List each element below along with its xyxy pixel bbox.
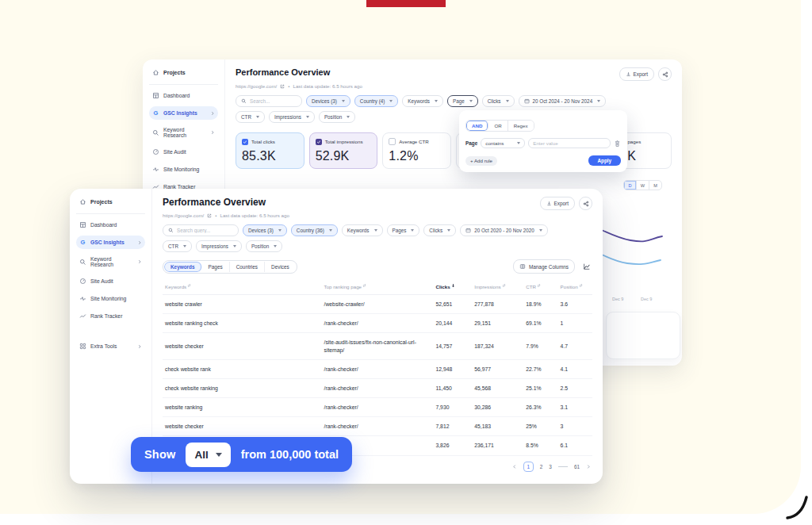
search-input-pill[interactable] (236, 95, 302, 107)
country-filter[interactable]: Country (36) (291, 224, 338, 236)
top-red-banner (366, 0, 446, 7)
tab-and[interactable]: AND (466, 121, 488, 131)
prev-page-icon[interactable] (512, 464, 517, 469)
impressions-filter[interactable]: Impressions (196, 240, 242, 252)
table-row[interactable]: check website ranking/rank-checker/11,45… (163, 378, 592, 397)
checkbox-unchecked-icon[interactable] (389, 138, 396, 145)
search-query-pill[interactable] (163, 224, 239, 236)
table-row[interactable]: website ranking/rank-checker/7,93030,286… (163, 398, 592, 417)
tab-countries[interactable]: Countries (230, 262, 265, 272)
page-filter[interactable]: Page (447, 95, 478, 107)
site-url[interactable]: https://google.com/ (236, 83, 277, 89)
tab-keywords[interactable]: Keywords (164, 262, 202, 272)
calendar-icon (524, 98, 530, 104)
keywords-filter[interactable]: Keywords (342, 224, 383, 236)
pagination-ellipsis (558, 466, 568, 467)
sidebar-item-gsc-insights[interactable]: G GSC Insights (149, 106, 218, 120)
pages-filter[interactable]: Pages (387, 224, 420, 236)
chart-view-icon[interactable] (580, 261, 592, 273)
dashboard-icon (152, 92, 159, 99)
site-url[interactable]: https://google.com/ (163, 213, 204, 218)
caret-down-icon (389, 100, 393, 102)
sidebar-item-keyword-research[interactable]: Keyword Research (149, 124, 218, 141)
chart-x-label: Dec 9 (612, 297, 623, 301)
tab-or[interactable]: OR (488, 121, 508, 131)
col-impressions[interactable]: Impressions (472, 278, 523, 295)
caret-down-icon (278, 229, 282, 232)
stat-card-average-ctr[interactable]: Average CTR 1.2% (382, 132, 451, 169)
page-3[interactable]: 3 (549, 464, 552, 469)
tab-devices[interactable]: Devices (265, 262, 296, 272)
keywords-filter[interactable]: Keywords (402, 95, 443, 107)
page-last[interactable]: 61 (574, 464, 580, 469)
trash-icon[interactable] (614, 140, 621, 148)
show-count-select[interactable]: All (186, 443, 230, 467)
caret-down-icon (342, 100, 345, 102)
col-clicks[interactable]: Clicks (433, 278, 472, 295)
sidebar-item-site-monitoring[interactable]: Site Monitoring (76, 292, 145, 305)
toggle-week[interactable]: W (637, 181, 649, 190)
share-button[interactable] (658, 67, 672, 81)
sidebar-item-site-audit[interactable]: Site Audit (76, 274, 145, 288)
checkbox-checked-icon[interactable] (242, 139, 248, 145)
sidebar-item-rank-tracker[interactable]: Rank Tracker (76, 309, 145, 323)
export-button[interactable]: Export (540, 197, 575, 210)
search-query-input[interactable] (177, 228, 233, 233)
table-row[interactable]: website crawler/website-crawler/52,65127… (163, 295, 592, 314)
col-position[interactable]: Position (558, 278, 592, 295)
tab-regex[interactable]: Regex (508, 121, 534, 131)
date-range-picker[interactable]: 20 Oct 2024 - 20 Nov 2024 (519, 95, 607, 107)
page-2[interactable]: 2 (540, 464, 543, 469)
sidebar-item-extra-tools[interactable]: Extra Tools (76, 339, 145, 353)
impressions-filter[interactable]: Impressions (269, 111, 315, 123)
apply-button[interactable]: Apply (588, 155, 622, 166)
col-top-ranking-page[interactable]: Top ranking page (322, 278, 434, 295)
position-filter[interactable]: Position (319, 111, 355, 123)
extra-tools-icon (79, 343, 86, 350)
table-row[interactable]: check website rank/rank-checker/12,94856… (163, 359, 592, 378)
devices-filter[interactable]: Devices (3) (306, 95, 350, 107)
export-button[interactable]: Export (619, 67, 654, 81)
stat-card-total-clicks[interactable]: Total clicks 85.3K (236, 132, 304, 169)
sidebar-item-gsc-insights[interactable]: G GSC Insights (76, 236, 145, 249)
stat-card-total-impressions[interactable]: Total impressions 52.9K (309, 132, 378, 169)
position-filter[interactable]: Position (246, 240, 282, 252)
add-rule-button[interactable]: + Add rule (465, 156, 497, 166)
front-filters-row2: CTR Impressions Position (163, 240, 592, 252)
sidebar-projects[interactable]: Projects (149, 67, 218, 78)
sidebar-item-site-monitoring[interactable]: Site Monitoring (149, 163, 218, 176)
table-row[interactable]: website ranking check/rank-checker/20,14… (163, 314, 592, 333)
home-icon (152, 69, 159, 76)
popup-logic-tabs: AND OR Regex (465, 120, 534, 132)
col-ctr[interactable]: CTR (523, 278, 557, 295)
clicks-filter[interactable]: Clicks (482, 95, 515, 107)
col-keywords[interactable]: Keywords (163, 278, 322, 295)
operator-select[interactable]: contains (481, 138, 525, 148)
search-input[interactable] (250, 98, 297, 104)
sidebar-item-dashboard[interactable]: Dashboard (76, 218, 145, 232)
devices-filter[interactable]: Devices (3) (243, 224, 287, 236)
sidebar-projects[interactable]: Projects (76, 197, 145, 207)
trend-line-icon (79, 312, 86, 320)
filter-value-input[interactable] (528, 138, 611, 148)
table-row[interactable]: website checker/rank-checker/7,81245,183… (163, 417, 592, 436)
toggle-month[interactable]: M (649, 181, 661, 190)
manage-columns-button[interactable]: Manage Columns (513, 259, 575, 274)
ctr-filter[interactable]: CTR (163, 240, 192, 252)
table-row[interactable]: website checker/site-audit-issues/fix-no… (163, 333, 592, 359)
tab-pages[interactable]: Pages (202, 262, 230, 272)
date-range-picker[interactable]: 20 Oct 2020 - 20 Nov 2020 (460, 224, 548, 236)
sidebar-item-dashboard[interactable]: Dashboard (149, 89, 218, 102)
toggle-day[interactable]: D (624, 181, 637, 190)
page-1[interactable]: 1 (523, 462, 534, 472)
show-label: Show (144, 448, 175, 461)
share-button[interactable] (579, 197, 592, 210)
caret-down-icon (274, 245, 277, 247)
ctr-filter[interactable]: CTR (236, 111, 265, 123)
country-filter[interactable]: Country (4) (354, 95, 399, 107)
checkbox-checked-icon[interactable] (316, 139, 322, 145)
sidebar-item-keyword-research[interactable]: Keyword Research (76, 253, 145, 270)
clicks-filter[interactable]: Clicks (423, 224, 456, 236)
next-page-icon[interactable] (586, 464, 591, 469)
sidebar-item-site-audit[interactable]: Site Audit (149, 145, 218, 159)
